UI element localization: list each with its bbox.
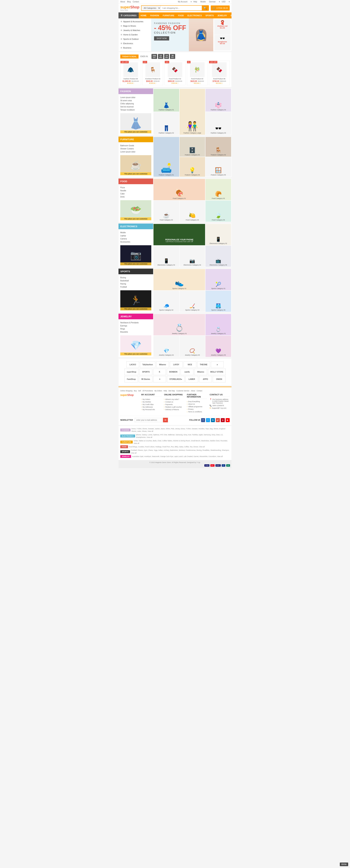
help-link[interactable]: Help: [193, 1, 197, 3]
my-account-link[interactable]: My Account: [178, 1, 187, 3]
currency-link[interactable]: USD: [222, 1, 225, 3]
about-link[interactable]: About: [120, 1, 125, 3]
furniture-link-1[interactable]: Shower Curtains: [120, 147, 151, 150]
sidebar-item-bags[interactable]: Bags & Shoes: [119, 24, 151, 28]
footer-nav-about[interactable]: About: [191, 390, 195, 392]
sidebar-item-sports[interactable]: Sports & Outdoor: [119, 37, 151, 41]
footer-shopping-link-1[interactable]: Contact us: [164, 401, 184, 403]
deal-card-0[interactable]: -50% OFF 🧥 Fashion Product 08 $1,000.00 …: [120, 61, 141, 85]
nav-jewelry[interactable]: JEWELRY: [216, 12, 229, 19]
sports-link-3[interactable]: Football: [120, 285, 151, 288]
brand-3[interactable]: LAYDY: [170, 362, 183, 368]
fashion-cat-03[interactable]: 👖 Fashion Category 02: [154, 112, 179, 135]
brand-17[interactable]: STORELIKES●: [167, 376, 185, 382]
contact-link[interactable]: Contact: [133, 1, 139, 3]
blog-link[interactable]: Blog: [127, 1, 131, 3]
search-button[interactable]: 🔍: [202, 6, 209, 10]
search-category[interactable]: All Categories: [141, 6, 161, 10]
furniture-cat-03[interactable]: 🪑 Feature Category 03: [205, 137, 231, 157]
sidebar-item-business[interactable]: Business: [119, 45, 151, 50]
hero-shop-btn[interactable]: SHOP NOW: [154, 36, 169, 40]
footer-account-link-0[interactable]: My Orders: [141, 398, 161, 401]
jewelry-cat-03[interactable]: 📿 Jewelry Category 03: [180, 336, 205, 357]
brand-11[interactable]: canifa: [181, 369, 193, 375]
nav-home[interactable]: HOME: [139, 12, 148, 19]
sports-cat-large[interactable]: 👟 Sports Category 01: [154, 269, 205, 290]
food-link-2[interactable]: Cake: [120, 192, 151, 195]
food-cat-03[interactable]: ☕ Food Category 03: [154, 200, 179, 222]
electronics-link-3[interactable]: Accessories: [120, 240, 151, 243]
furniture-link-0[interactable]: Bathroom Goods: [120, 144, 151, 147]
footer-nav-promo[interactable]: All Promotions: [142, 390, 153, 392]
sidebar-item-apparel[interactable]: Apparel & Accessories: [119, 19, 151, 24]
footer-shopping-link-3[interactable]: Redeem a gift voucher: [164, 406, 184, 408]
sports-link-2[interactable]: Racing: [120, 282, 151, 285]
footer-further-link-2[interactable]: Affiliate programme: [187, 405, 207, 408]
brand-8[interactable]: SPORTS: [139, 369, 152, 375]
brand-16[interactable]: ✦: [153, 376, 166, 382]
brand-7[interactable]: superShop: [124, 369, 138, 375]
deal-card-3[interactable]: 8% 🎋 Food Product 03 $620.00 $640.00 ★★★…: [187, 61, 208, 85]
sidebar-item-kids[interactable]: Kids: [119, 50, 151, 51]
hero-product-1[interactable]: 🧣 Khalkara rod $11.50: [214, 19, 231, 35]
footer-nav-orders[interactable]: My Orders: [154, 390, 162, 392]
furniture-main-img[interactable]: ☕ This place you can customize: [120, 155, 151, 175]
sidebar-item-jewelry[interactable]: Jewelry & Watches: [119, 28, 151, 32]
sports-link-0[interactable]: Boxing: [120, 276, 151, 279]
food-cat-05[interactable]: 🍃 Food Category 05: [205, 200, 231, 222]
nav-fashion[interactable]: FASHION: [148, 12, 161, 19]
sports-cat-01-right[interactable]: 🎾 Sports Category 01: [205, 269, 231, 290]
footer-account-link-3[interactable]: My Addresses: [141, 406, 161, 408]
footer-further-link-0[interactable]: Drop Everything: [187, 400, 207, 403]
deal-card-2[interactable]: 11% 🍫 Food Product 02 $800.00 $1000.00 ★…: [165, 61, 185, 85]
fashion-link-4[interactable]: Tempor incididunt: [120, 108, 151, 112]
food-cat-large[interactable]: 🍖 Food Category 01: [154, 179, 205, 200]
newsletter-input[interactable]: [135, 418, 162, 422]
food-cat-04[interactable]: 🍋 Food Category 04: [180, 200, 205, 222]
sidebar-item-electronics[interactable]: Electronics: [119, 41, 151, 45]
electronics-cat-03[interactable]: 📷 Electronics Category 04: [180, 246, 205, 267]
sports-cat-03[interactable]: 🏒 Sports Category 03: [180, 291, 205, 312]
nav-electronics[interactable]: ELECTRONICS: [186, 12, 203, 19]
deal-card-1[interactable]: 11% 🪑 Furniture Product 03 $500.00 $700.…: [142, 61, 163, 85]
jewelry-link-3[interactable]: Bracelets: [120, 331, 151, 334]
brand-18[interactable]: LAMER: [185, 376, 198, 382]
jewelry-main-img[interactable]: 💎 This place you can customize: [120, 335, 151, 355]
food-main-img[interactable]: 🥗 This place you can customize: [120, 200, 151, 220]
sports-link-1[interactable]: Basketball: [120, 279, 151, 282]
footer-shopping-link-0[interactable]: Where's my order?: [164, 398, 184, 401]
sports-cat-04[interactable]: 🩳 Sports Category 05: [205, 291, 231, 312]
jewelry-cat-01-right[interactable]: 💍 Jewelry Category 01: [205, 314, 231, 335]
language-link[interactable]: German: [209, 1, 216, 3]
footer-shopping-link-4[interactable]: Delivery & Returns: [164, 408, 184, 411]
furniture-cat-02[interactable]: 🗄️ Feature Category 02: [180, 137, 205, 157]
fashion-cat-04[interactable]: 🕶️ Fashion Category 03: [205, 112, 231, 135]
footer-nav-online[interactable]: Online Shopping: [120, 390, 132, 392]
brand-4[interactable]: NICE: [184, 362, 196, 368]
nav-food[interactable]: FOOD: [176, 12, 186, 19]
electronics-link-2[interactable]: Camera: [120, 237, 151, 240]
furniture-link-2[interactable]: Lorem ipsum dolor: [120, 150, 151, 153]
furniture-cat-large[interactable]: 🛋️ Feature Category 01: [154, 137, 179, 177]
footer-nav-help[interactable]: Help: [163, 390, 167, 392]
google-plus-btn[interactable]: g+: [216, 418, 220, 422]
nav-furniture[interactable]: FURNITURE: [161, 12, 176, 19]
jewelry-cat-02[interactable]: 💎 Jewelry Category 02: [154, 336, 179, 357]
jewelry-link-0[interactable]: Necklaces & Pendants: [120, 321, 151, 324]
electronics-promo[interactable]: PERSONALIZE YOUR PHONE Cell Phone Access…: [154, 224, 205, 245]
fashion-cat-01[interactable]: 👗 Fashion Category 01: [154, 89, 179, 112]
footer-nav-service[interactable]: Customer Service: [176, 390, 189, 392]
electronics-link-1[interactable]: Laptop: [120, 234, 151, 237]
fashion-cat-large[interactable]: 👫 Fashion Category Large: [180, 89, 205, 135]
jewelry-link-2[interactable]: Rings: [120, 327, 151, 331]
footer-shopping-link-2[interactable]: Payments: [164, 403, 184, 406]
youtube-btn[interactable]: ▶: [226, 418, 230, 422]
brand-6[interactable]: ●: [211, 362, 224, 368]
footer-further-link-1[interactable]: About Us: [187, 403, 207, 405]
electronics-link-0[interactable]: Mobile: [120, 231, 151, 234]
electronics-cat-02[interactable]: 📱 Electronics Category 03: [154, 246, 179, 267]
footer-account-link-1[interactable]: My Wishlist: [141, 401, 161, 403]
nav-blog[interactable]: BLOG: [229, 12, 231, 19]
food-link-1[interactable]: Noodle: [120, 189, 151, 192]
sports-main-img[interactable]: 🏃 This place you can customize: [120, 290, 151, 310]
